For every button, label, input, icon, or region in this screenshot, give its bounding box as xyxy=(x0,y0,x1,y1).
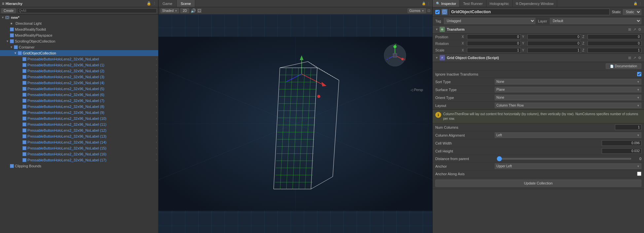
anchor-along-axis-row: Anchor Along Axis xyxy=(433,170,644,178)
surface-type-row: Surface Type Plane ▼ xyxy=(433,86,644,94)
update-collection-button[interactable]: Update Collection xyxy=(435,180,641,187)
distance-slider[interactable] xyxy=(497,158,631,159)
cell-height-input[interactable] xyxy=(602,148,641,154)
position-y-input[interactable] xyxy=(527,34,581,39)
layout-dropdown[interactable]: Column Then Row ▼ xyxy=(495,103,641,108)
rotation-x-field: X xyxy=(462,41,521,46)
info-box: i ColumnThenRow will lay out content fir… xyxy=(433,110,644,123)
tree-item-btn-9[interactable]: PressableButtonHoloLens2_32x96_NoLabel (… xyxy=(0,110,158,116)
anchor-dropdown[interactable]: Upper Left ▼ xyxy=(495,163,641,169)
tree-item-btn-14[interactable]: PressableButtonHoloLens2_32x96_NoLabel (… xyxy=(0,139,158,145)
sort-type-label: Sort Type xyxy=(435,80,495,84)
test-runner-tab[interactable]: Test Runner xyxy=(460,0,486,7)
effects-icon[interactable]: 🖼 xyxy=(197,8,201,13)
scale-y-input[interactable] xyxy=(527,48,581,53)
create-button[interactable]: Create xyxy=(1,8,16,13)
rotation-y-input[interactable] xyxy=(527,41,581,46)
anchor-along-axis-checkbox[interactable] xyxy=(637,172,641,176)
tree-item-btn-12[interactable]: PressableButtonHoloLens2_32x96_NoLabel (… xyxy=(0,127,158,133)
gizmos-dropdown[interactable]: Gizmos ▼ xyxy=(408,8,426,13)
object-name-input[interactable] xyxy=(449,9,610,15)
tree-item-btn-4[interactable]: PressableButtonHoloLens2_32x96_NoLabel (… xyxy=(0,80,158,86)
tree-item-label-btn14: PressableButtonHoloLens2_32x96_NoLabel (… xyxy=(27,140,156,144)
position-z-input[interactable] xyxy=(588,34,641,39)
tree-item-container[interactable]: ▼ Container xyxy=(0,44,158,50)
tree-item-btn-6[interactable]: PressableButtonHoloLens2_32x96_NoLabel (… xyxy=(0,92,158,98)
insp-lock-icon[interactable]: 🔒 xyxy=(633,2,637,5)
maximize-icon[interactable]: ⊡ xyxy=(427,9,430,13)
tree-item-btn-13[interactable]: PressableButtonHoloLens2_32x96_NoLabel (… xyxy=(0,133,158,139)
tree-item-new[interactable]: ▼ new* xyxy=(0,15,158,20)
static-dropdown[interactable]: Static xyxy=(623,9,641,15)
hierarchy-toolbar: Create xyxy=(0,7,158,15)
tree-item-label-btn7: PressableButtonHoloLens2_32x96_NoLabel (… xyxy=(27,99,156,103)
tree-item-btn-5[interactable]: PressableButtonHoloLens2_32x96_NoLabel (… xyxy=(0,86,158,92)
twoD-button[interactable]: 2D xyxy=(180,8,189,13)
scene-tab[interactable]: Scene xyxy=(177,0,195,7)
num-columns-input[interactable] xyxy=(615,124,641,130)
chevron-right-icon-btn11: › xyxy=(156,123,157,126)
tree-item-clipping[interactable]: Clipping Bounds xyxy=(0,163,158,169)
tree-item-btn-1[interactable]: PressableButtonHoloLens2_32x96_NoLabel (… xyxy=(0,62,158,68)
tree-item-btn-11[interactable]: PressableButtonHoloLens2_32x96_NoLabel (… xyxy=(0,121,158,127)
rotation-z-input[interactable] xyxy=(588,41,641,46)
grid-collection-header[interactable]: ▼ # Grid Object Collection (Script) ⊞ ↗ … xyxy=(433,54,644,62)
tree-item-btn-7[interactable]: PressableButtonHoloLens2_32x96_NoLabel (… xyxy=(0,98,158,104)
grid-coll-icon-2[interactable]: ↗ xyxy=(633,56,636,60)
viewport-lock-icon[interactable]: 🔒 xyxy=(422,2,426,5)
transform-icon-2[interactable]: ↗ xyxy=(633,27,636,32)
object-active-checkbox[interactable] xyxy=(435,10,440,14)
dependency-window-tab[interactable]: ⧉ Dependency Window xyxy=(513,0,557,7)
hierarchy-tree[interactable]: ▼ new* ☀ Directional Light MixedReal xyxy=(0,15,158,233)
grid-coll-icon-1[interactable]: ⊞ xyxy=(628,56,631,60)
tree-item-dirlight[interactable]: ☀ Directional Light xyxy=(0,20,158,26)
position-x-input[interactable] xyxy=(467,34,521,39)
ignore-inactive-checkbox[interactable] xyxy=(637,72,641,76)
tree-item-btn-0[interactable]: PressableButtonHoloLens2_32x96_NoLabel › xyxy=(0,56,158,62)
tree-item-btn-2[interactable]: PressableButtonHoloLens2_32x96_NoLabel (… xyxy=(0,68,158,74)
tree-item-mrplayspace[interactable]: MixedRealityPlayspace xyxy=(0,32,158,38)
tree-item-btn-3[interactable]: PressableButtonHoloLens2_32x96_NoLabel (… xyxy=(0,74,158,80)
tree-item-label-scrolling: ScrollingObjectCollection xyxy=(15,39,55,43)
tree-item-btn-17[interactable]: PressableButtonHoloLens2_32x96_NoLabel (… xyxy=(0,157,158,163)
scale-x-input[interactable] xyxy=(467,48,521,53)
audio-icon[interactable]: 🔊 xyxy=(191,8,196,13)
menu-icon[interactable]: ⋮ xyxy=(153,1,156,6)
documentation-button[interactable]: 📄 Documentation xyxy=(606,63,641,69)
transform-header[interactable]: ▼ ⊕ Transform ⊞ ↗ ⚙ xyxy=(433,25,644,34)
layer-select[interactable]: Default xyxy=(550,18,641,24)
transform-arrow: ▼ xyxy=(435,28,438,31)
tag-select[interactable]: Untagged xyxy=(444,18,535,24)
grid-coll-icon-3[interactable]: ⚙ xyxy=(638,56,641,60)
orient-type-dropdown[interactable]: None ▼ xyxy=(495,95,641,100)
viewport-menu-icon[interactable]: ⋮ xyxy=(427,2,430,5)
lock-icon[interactable]: 🔒 xyxy=(147,1,151,6)
tree-item-btn-8[interactable]: PressableButtonHoloLens2_32x96_NoLabel (… xyxy=(0,104,158,110)
tree-item-gridobj[interactable]: ▼ GridObjectCollection xyxy=(0,50,158,56)
surface-type-dropdown[interactable]: Plane ▼ xyxy=(495,87,641,92)
holographic-tab[interactable]: Holographic xyxy=(486,0,513,7)
tree-item-btn-10[interactable]: PressableButtonHoloLens2_32x96_NoLabel (… xyxy=(0,116,158,121)
insp-menu-icon[interactable]: ⋮ xyxy=(639,2,642,5)
tree-item-btn-15[interactable]: PressableButtonHoloLens2_32x96_NoLabel (… xyxy=(0,145,158,151)
cell-width-label: Cell Width xyxy=(435,141,602,145)
dependency-icon: ⧉ xyxy=(516,2,518,6)
chevron-right-icon-btn5: › xyxy=(156,87,157,90)
game-tab[interactable]: Game xyxy=(159,0,177,7)
tree-item-scrolling[interactable]: ▼ ScrollingObjectCollection xyxy=(0,38,158,44)
rotation-x-input[interactable] xyxy=(467,41,521,46)
column-alignment-dropdown[interactable]: Left ▼ xyxy=(495,132,641,138)
svg-text:◁ Persp: ◁ Persp xyxy=(411,88,423,92)
sort-type-dropdown[interactable]: None ▼ xyxy=(495,79,641,84)
tree-item-btn-16[interactable]: PressableButtonHoloLens2_32x96_NoLabel (… xyxy=(0,151,158,157)
transform-icon-1[interactable]: ⊞ xyxy=(628,27,631,32)
cell-width-input[interactable] xyxy=(602,140,641,146)
distance-label: Distance from parent xyxy=(435,157,495,161)
transform-icon-3[interactable]: ⚙ xyxy=(638,27,641,32)
scale-z-input[interactable] xyxy=(588,48,641,53)
tree-item-label-btn9: PressableButtonHoloLens2_32x96_NoLabel (… xyxy=(27,111,156,115)
hierarchy-search[interactable] xyxy=(17,8,157,13)
inspector-tab-active[interactable]: 🔍 Inspector xyxy=(433,0,460,7)
shading-dropdown[interactable]: Shaded ▼ xyxy=(161,8,179,13)
tree-item-mrtoolkit[interactable]: MixedRealityToolkit xyxy=(0,26,158,32)
